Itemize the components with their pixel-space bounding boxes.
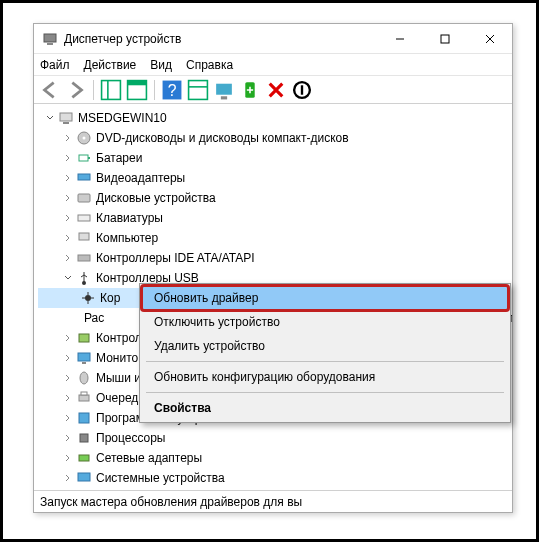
svg-rect-19 [63,122,69,124]
window-controls [377,24,512,54]
window-title: Диспетчер устройств [64,32,377,46]
uninstall-button[interactable] [264,79,288,101]
ctx-properties[interactable]: Свойства [142,396,508,420]
expand-icon[interactable] [62,252,74,264]
scan-hardware-button[interactable] [212,79,236,101]
battery-icon [76,150,92,166]
statusbar-text: Запуск мастера обновления драйверов для … [40,495,302,509]
mouse-icon [76,370,92,386]
svg-rect-41 [78,473,90,481]
keyboard-icon [76,210,92,226]
printer-icon [76,390,92,406]
menu-view[interactable]: Вид [150,58,172,72]
svg-rect-26 [78,215,90,221]
expand-icon[interactable] [62,172,74,184]
svg-rect-25 [78,194,90,202]
ctx-item-label: Обновить конфигурацию оборудования [154,370,375,384]
tree-item[interactable]: Батареи [38,148,508,168]
svg-rect-23 [88,157,90,159]
tree-item[interactable]: Сетевые адаптеры [38,448,508,468]
update-driver-button[interactable] [238,79,262,101]
tree-child-label: Кор [100,291,120,305]
tree-item[interactable]: Системные устройства [38,468,508,488]
menu-action[interactable]: Действие [84,58,137,72]
expand-icon[interactable] [62,352,74,364]
computer-icon [58,110,74,126]
statusbar: Запуск мастера обновления драйверов для … [34,490,512,512]
expand-icon[interactable] [62,472,74,484]
menubar: Файл Действие Вид Справка [34,54,512,76]
tree-item[interactable]: Процессоры [38,428,508,448]
expand-icon[interactable] [62,332,74,344]
tree-item[interactable]: Дисковые устройства [38,188,508,208]
tree-item[interactable]: DVD-дисководы и дисководы компакт-дисков [38,128,508,148]
minimize-button[interactable] [377,24,422,54]
tree-root[interactable]: MSEDGEWIN10 [38,108,508,128]
menu-help[interactable]: Справка [186,58,233,72]
collapse-icon[interactable] [44,112,56,124]
monitor-icon [76,350,92,366]
svg-rect-15 [221,96,227,99]
ctx-item-label: Свойства [154,401,211,415]
collapse-icon[interactable] [62,272,74,284]
svg-point-30 [85,295,91,301]
maximize-button[interactable] [422,24,467,54]
expand-icon[interactable] [62,232,74,244]
svg-rect-27 [79,233,89,240]
ctx-item-label: Удалить устройство [154,339,265,353]
properties-button[interactable] [125,79,149,101]
titlebar: Диспетчер устройств [34,24,512,54]
system-icon [76,470,92,486]
help-button[interactable]: ? [160,79,184,101]
expand-icon[interactable] [62,452,74,464]
ctx-separator [146,392,504,393]
close-button[interactable] [467,24,512,54]
toolbar-button[interactable] [186,79,210,101]
expand-icon[interactable] [62,412,74,424]
cpu-icon [76,430,92,446]
expand-icon[interactable] [62,372,74,384]
disable-button[interactable] [290,79,314,101]
svg-rect-37 [81,392,87,395]
expand-icon[interactable] [62,432,74,444]
svg-rect-36 [79,395,89,401]
svg-rect-0 [44,34,56,42]
tree-item-label: Процессоры [96,431,166,445]
tree-item[interactable]: Компьютер [38,228,508,248]
expand-icon[interactable] [62,152,74,164]
tree-item-label: Контроллеры IDE ATA/ATAPI [96,251,255,265]
ide-icon [76,250,92,266]
ctx-uninstall[interactable]: Удалить устройство [142,334,508,358]
usb-device-icon [80,290,96,306]
tree-item[interactable]: Клавиатуры [38,208,508,228]
dvd-icon [76,130,92,146]
expand-icon[interactable] [62,192,74,204]
menu-file[interactable]: Файл [40,58,70,72]
app-icon [42,31,58,47]
expand-icon[interactable] [62,132,74,144]
svg-rect-32 [79,334,89,342]
ctx-separator [146,361,504,362]
expand-icon[interactable] [62,392,74,404]
usb-icon [76,270,92,286]
tree-item[interactable]: Видеоадаптеры [38,168,508,188]
ctx-scan[interactable]: Обновить конфигурацию оборудования [142,365,508,389]
show-hide-tree-button[interactable] [99,79,123,101]
tree-item-label: Клавиатуры [96,211,163,225]
toolbar: ? [34,76,512,104]
context-menu: Обновить драйвер Отключить устройство Уд… [139,283,511,423]
display-adapter-icon [76,170,92,186]
svg-rect-24 [78,174,90,180]
back-button[interactable] [38,79,62,101]
expand-icon[interactable] [62,212,74,224]
svg-rect-12 [189,80,208,99]
tree-item-label: Сетевые адаптеры [96,451,202,465]
ctx-update-driver[interactable]: Обновить драйвер [142,286,508,310]
forward-button[interactable] [64,79,88,101]
ctx-item-label: Отключить устройство [154,315,280,329]
svg-text:?: ? [168,82,177,99]
computer-icon [76,230,92,246]
ctx-disable[interactable]: Отключить устройство [142,310,508,334]
tree-item[interactable]: Контроллеры IDE ATA/ATAPI [38,248,508,268]
disk-icon [76,190,92,206]
